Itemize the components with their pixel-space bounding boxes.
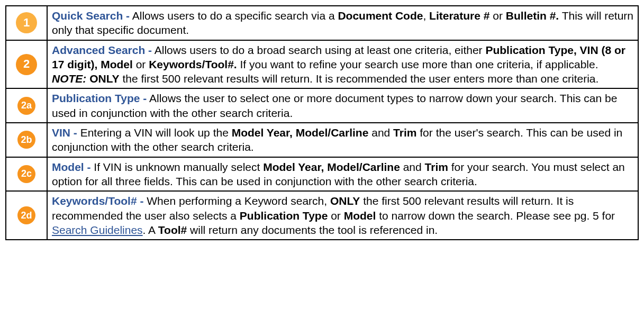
text: If you want to refine your search use mo…: [237, 58, 598, 70]
badge-cell: 2b: [6, 123, 47, 157]
badge-2: 2: [16, 54, 37, 75]
text: or: [489, 10, 505, 22]
bold-text: Trim: [393, 126, 416, 139]
row-title: Keywords/Tool# -: [52, 195, 143, 207]
description-cell: Model - If VIN is unknown manually selec…: [47, 157, 638, 192]
row-title: Quick Search -: [52, 10, 130, 22]
text: or: [133, 58, 149, 70]
text: . A: [143, 224, 158, 236]
bold-text: Model Year, Model/Carline: [232, 126, 369, 139]
badge-cell: 2: [6, 40, 47, 89]
table-row: 2d Keywords/Tool# - When performing a Ke…: [6, 191, 638, 240]
row-title: Publication Type -: [52, 92, 147, 104]
table-row: 2c Model - If VIN is unknown manually se…: [6, 157, 638, 192]
table-row: 2b VIN - Entering a VIN will look up the…: [6, 123, 638, 157]
row-title: Advanced Search -: [52, 44, 152, 56]
bold-text: Keywords/Tool#.: [149, 58, 237, 70]
text: or: [328, 210, 343, 222]
definitions-table: 1 Quick Search - Allows users to do a sp…: [5, 5, 639, 240]
description-cell: VIN - Entering a VIN will look up the Mo…: [47, 123, 638, 157]
row-title: Model -: [52, 161, 91, 173]
badge-cell: 1: [6, 6, 47, 40]
text: Entering a VIN will look up the: [77, 126, 232, 139]
text: the first 500 relevant results will retu…: [120, 72, 599, 85]
badge-1: 1: [16, 12, 37, 33]
text: Allows users to do a specific search via…: [130, 10, 338, 22]
bold-text: Tool#: [158, 224, 187, 236]
bold-text: Document Code: [338, 10, 423, 22]
row-title: VIN -: [52, 126, 77, 139]
bold-text: Model: [344, 210, 376, 222]
badge-2b: 2b: [17, 131, 35, 149]
bold-text: Literature #: [429, 10, 489, 22]
note-label: NOTE:: [52, 72, 86, 85]
text: and: [400, 161, 425, 173]
bold-text: ONLY: [86, 72, 119, 85]
description-cell: Quick Search - Allows users to do a spec…: [47, 6, 638, 40]
badge-cell: 2a: [6, 88, 47, 123]
description-cell: Advanced Search - Allows users to do a b…: [47, 40, 638, 89]
description-cell: Publication Type - Allows the user to se…: [47, 88, 638, 123]
text: ,: [423, 10, 429, 22]
table-row: 1 Quick Search - Allows users to do a sp…: [6, 6, 638, 40]
text: If VIN is unknown manually select: [91, 161, 264, 173]
bold-text: ONLY: [330, 195, 360, 207]
badge-cell: 2c: [6, 157, 47, 192]
badge-2c: 2c: [17, 165, 35, 183]
bold-text: Bulletin #.: [506, 10, 559, 22]
text: will return any documents the tool is re…: [187, 224, 438, 236]
badge-2a: 2a: [17, 97, 35, 115]
text: and: [368, 126, 393, 139]
text: to narrow down the search. Please see pg…: [376, 210, 615, 222]
bold-text: Model Year, Model/Carline: [263, 161, 400, 173]
description-cell: Keywords/Tool# - When performing a Keywo…: [47, 191, 638, 240]
badge-2d: 2d: [17, 206, 35, 224]
bold-text: Trim: [425, 161, 448, 173]
bold-text: Publication Type: [240, 210, 328, 222]
text: When performing a Keyword search,: [143, 195, 330, 207]
text: Allows users to do a broad search using …: [152, 44, 485, 56]
badge-cell: 2d: [6, 191, 47, 240]
table-row: 2 Advanced Search - Allows users to do a…: [6, 40, 638, 89]
table-row: 2a Publication Type - Allows the user to…: [6, 88, 638, 123]
search-guidelines-link[interactable]: Search Guidelines: [52, 224, 143, 236]
